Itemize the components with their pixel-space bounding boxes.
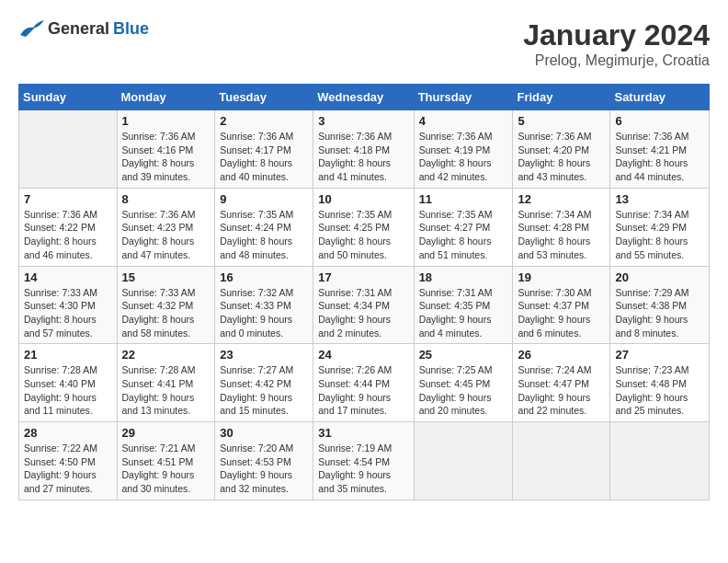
week-row-2: 7Sunrise: 7:36 AMSunset: 4:22 PMDaylight… [19, 188, 710, 266]
day-info: Sunrise: 7:27 AMSunset: 4:42 PMDaylight:… [220, 363, 308, 418]
day-cell [513, 422, 610, 500]
day-info: Sunrise: 7:19 AMSunset: 4:54 PMDaylight:… [318, 442, 408, 496]
day-info: Sunrise: 7:28 AMSunset: 4:40 PMDaylight:… [24, 363, 112, 418]
day-cell: 7Sunrise: 7:36 AMSunset: 4:22 PMDaylight… [19, 188, 118, 266]
day-cell: 27Sunrise: 7:23 AMSunset: 4:48 PMDayligh… [610, 344, 710, 422]
day-number: 11 [419, 192, 508, 206]
day-info: Sunrise: 7:36 AMSunset: 4:20 PMDaylight:… [518, 130, 605, 184]
day-cell [19, 110, 118, 189]
day-cell: 18Sunrise: 7:31 AMSunset: 4:35 PMDayligh… [414, 266, 513, 344]
day-cell: 6Sunrise: 7:36 AMSunset: 4:21 PMDaylight… [610, 110, 710, 189]
day-info: Sunrise: 7:35 AMSunset: 4:27 PMDaylight:… [419, 208, 508, 262]
calendar-body: 1Sunrise: 7:36 AMSunset: 4:16 PMDaylight… [19, 110, 710, 500]
header-day-saturday: Saturday [610, 85, 710, 110]
day-info: Sunrise: 7:33 AMSunset: 4:30 PMDaylight:… [24, 286, 112, 340]
day-info: Sunrise: 7:29 AMSunset: 4:38 PMDaylight:… [615, 286, 704, 340]
day-number: 29 [122, 426, 210, 440]
logo-blue: Blue [113, 19, 149, 39]
day-cell: 19Sunrise: 7:30 AMSunset: 4:37 PMDayligh… [513, 266, 610, 344]
day-info: Sunrise: 7:36 AMSunset: 4:23 PMDaylight:… [122, 208, 210, 262]
day-number: 5 [518, 114, 605, 128]
day-info: Sunrise: 7:22 AMSunset: 4:50 PMDaylight:… [24, 442, 112, 496]
day-number: 9 [220, 192, 308, 206]
header-day-sunday: Sunday [19, 85, 118, 110]
day-cell: 12Sunrise: 7:34 AMSunset: 4:28 PMDayligh… [513, 188, 610, 266]
day-info: Sunrise: 7:26 AMSunset: 4:44 PMDaylight:… [318, 363, 408, 418]
day-info: Sunrise: 7:24 AMSunset: 4:47 PMDaylight:… [518, 363, 605, 418]
day-number: 25 [419, 348, 508, 362]
page-header: GeneralBlue January 2024 Prelog, Megimur… [18, 18, 710, 69]
day-cell: 25Sunrise: 7:25 AMSunset: 4:45 PMDayligh… [414, 344, 513, 422]
day-cell: 16Sunrise: 7:32 AMSunset: 4:33 PMDayligh… [215, 266, 313, 344]
day-number: 10 [318, 192, 408, 206]
day-cell: 26Sunrise: 7:24 AMSunset: 4:47 PMDayligh… [513, 344, 610, 422]
day-info: Sunrise: 7:31 AMSunset: 4:35 PMDaylight:… [419, 286, 508, 340]
day-number: 2 [220, 114, 308, 128]
day-cell: 30Sunrise: 7:20 AMSunset: 4:53 PMDayligh… [215, 422, 313, 500]
day-cell: 14Sunrise: 7:33 AMSunset: 4:30 PMDayligh… [19, 266, 118, 344]
day-info: Sunrise: 7:34 AMSunset: 4:29 PMDaylight:… [615, 208, 704, 262]
calendar-table: SundayMondayTuesdayWednesdayThursdayFrid… [18, 84, 710, 500]
day-number: 31 [318, 426, 408, 440]
day-cell: 22Sunrise: 7:28 AMSunset: 4:41 PMDayligh… [117, 344, 215, 422]
day-cell: 29Sunrise: 7:21 AMSunset: 4:51 PMDayligh… [117, 422, 215, 500]
day-number: 19 [518, 270, 605, 284]
day-info: Sunrise: 7:34 AMSunset: 4:28 PMDaylight:… [518, 208, 605, 262]
day-number: 26 [518, 348, 605, 362]
logo: GeneralBlue [18, 18, 149, 39]
day-number: 14 [24, 270, 112, 284]
day-number: 12 [518, 192, 605, 206]
day-info: Sunrise: 7:32 AMSunset: 4:33 PMDaylight:… [220, 286, 308, 340]
day-number: 13 [615, 192, 704, 206]
day-cell: 1Sunrise: 7:36 AMSunset: 4:16 PMDaylight… [117, 110, 215, 189]
week-row-3: 14Sunrise: 7:33 AMSunset: 4:30 PMDayligh… [19, 266, 710, 344]
day-info: Sunrise: 7:33 AMSunset: 4:32 PMDaylight:… [122, 286, 210, 340]
day-info: Sunrise: 7:36 AMSunset: 4:17 PMDaylight:… [220, 130, 308, 184]
day-info: Sunrise: 7:21 AMSunset: 4:51 PMDaylight:… [122, 442, 210, 496]
header-day-tuesday: Tuesday [215, 85, 313, 110]
week-row-5: 28Sunrise: 7:22 AMSunset: 4:50 PMDayligh… [19, 422, 710, 500]
header-row: SundayMondayTuesdayWednesdayThursdayFrid… [19, 85, 710, 110]
day-info: Sunrise: 7:36 AMSunset: 4:22 PMDaylight:… [24, 208, 112, 262]
header-day-monday: Monday [117, 85, 215, 110]
header-day-wednesday: Wednesday [313, 85, 414, 110]
day-cell: 24Sunrise: 7:26 AMSunset: 4:44 PMDayligh… [313, 344, 414, 422]
logo-icon [18, 18, 44, 39]
day-cell: 15Sunrise: 7:33 AMSunset: 4:32 PMDayligh… [117, 266, 215, 344]
day-cell: 4Sunrise: 7:36 AMSunset: 4:19 PMDaylight… [414, 110, 513, 189]
day-cell: 28Sunrise: 7:22 AMSunset: 4:50 PMDayligh… [19, 422, 118, 500]
day-number: 18 [419, 270, 508, 284]
day-cell: 21Sunrise: 7:28 AMSunset: 4:40 PMDayligh… [19, 344, 118, 422]
day-info: Sunrise: 7:20 AMSunset: 4:53 PMDaylight:… [220, 442, 308, 496]
day-number: 7 [24, 192, 112, 206]
day-number: 30 [220, 426, 308, 440]
day-info: Sunrise: 7:28 AMSunset: 4:41 PMDaylight:… [122, 363, 210, 418]
day-info: Sunrise: 7:36 AMSunset: 4:18 PMDaylight:… [318, 130, 408, 184]
day-cell [610, 422, 710, 500]
day-info: Sunrise: 7:36 AMSunset: 4:19 PMDaylight:… [419, 130, 508, 184]
day-number: 22 [122, 348, 210, 362]
location-title: Prelog, Megimurje, Croatia [523, 52, 710, 69]
day-info: Sunrise: 7:36 AMSunset: 4:16 PMDaylight:… [122, 130, 210, 184]
day-number: 15 [122, 270, 210, 284]
day-number: 4 [419, 114, 508, 128]
day-cell [414, 422, 513, 500]
week-row-1: 1Sunrise: 7:36 AMSunset: 4:16 PMDaylight… [19, 110, 710, 189]
title-block: January 2024 Prelog, Megimurje, Croatia [523, 18, 710, 69]
day-cell: 23Sunrise: 7:27 AMSunset: 4:42 PMDayligh… [215, 344, 313, 422]
day-cell: 20Sunrise: 7:29 AMSunset: 4:38 PMDayligh… [610, 266, 710, 344]
logo-general: General [48, 19, 109, 39]
day-number: 28 [24, 426, 112, 440]
day-number: 17 [318, 270, 408, 284]
day-cell: 9Sunrise: 7:35 AMSunset: 4:24 PMDaylight… [215, 188, 313, 266]
day-info: Sunrise: 7:36 AMSunset: 4:21 PMDaylight:… [615, 130, 704, 184]
day-info: Sunrise: 7:23 AMSunset: 4:48 PMDaylight:… [615, 363, 704, 418]
day-number: 20 [615, 270, 704, 284]
day-number: 23 [220, 348, 308, 362]
day-number: 6 [615, 114, 704, 128]
header-day-friday: Friday [513, 85, 610, 110]
day-cell: 10Sunrise: 7:35 AMSunset: 4:25 PMDayligh… [313, 188, 414, 266]
day-cell: 5Sunrise: 7:36 AMSunset: 4:20 PMDaylight… [513, 110, 610, 189]
day-cell: 17Sunrise: 7:31 AMSunset: 4:34 PMDayligh… [313, 266, 414, 344]
day-info: Sunrise: 7:31 AMSunset: 4:34 PMDaylight:… [318, 286, 408, 340]
